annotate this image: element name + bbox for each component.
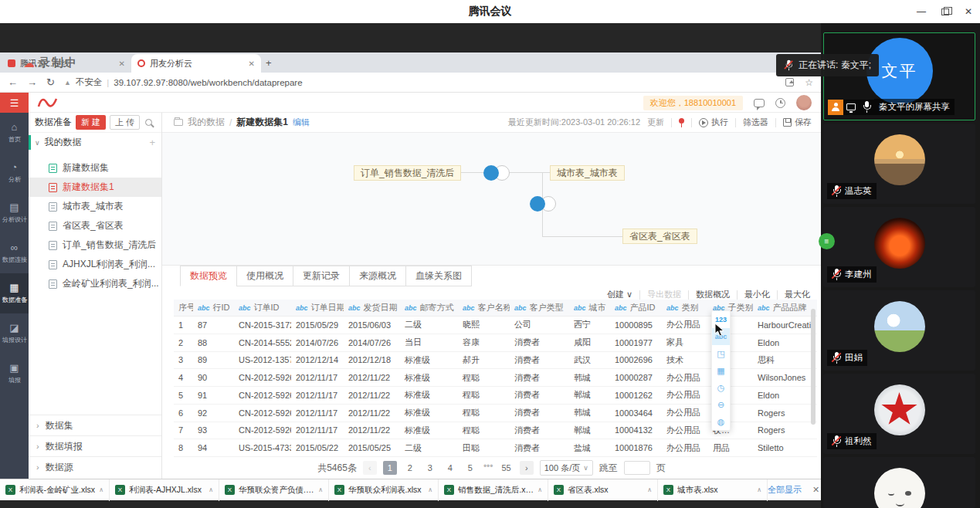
sidebar-item-home[interactable]: ⌂首页 (0, 113, 29, 153)
table-scrollbar[interactable] (811, 309, 816, 425)
col-header-行ID[interactable]: abc行ID (193, 300, 234, 316)
search-icon[interactable] (145, 119, 152, 126)
download-item[interactable]: X利润表-AJHXJL.xlsx∧ (110, 479, 219, 501)
col-header-订单日期[interactable]: abc订单日期 (291, 300, 344, 316)
type-option-other2[interactable]: ◍ (712, 413, 730, 430)
page-55[interactable]: 55 (500, 461, 514, 475)
col-header-城市[interactable]: abc城市 (569, 300, 610, 316)
show-all-downloads-link[interactable]: 全部显示 (768, 484, 802, 496)
action-最小化[interactable]: 最小化 (744, 289, 770, 300)
type-option-date[interactable]: ▦ (712, 362, 730, 379)
tab-数据预览[interactable]: 数据预览 (180, 266, 237, 286)
edit-link[interactable]: 编辑 (293, 117, 310, 128)
jump-page-input[interactable] (624, 461, 650, 475)
page-4[interactable]: 4 (443, 461, 457, 475)
action-数据概况[interactable]: 数据概况 (696, 289, 730, 300)
page-1[interactable]: 1 (383, 461, 397, 475)
participant-tile[interactable]: 祖利然 (823, 374, 975, 454)
pin-icon[interactable] (679, 118, 684, 124)
download-item[interactable]: X华预联众利润表.xlsx∧ (329, 479, 439, 501)
col-header-邮寄方式[interactable]: abc邮寄方式 (400, 300, 458, 316)
refresh-link[interactable]: 更新 (647, 117, 664, 128)
restore-icon[interactable] (941, 8, 949, 15)
download-item[interactable]: X华预联众资产负债....xlsx∧ (219, 479, 329, 501)
type-option-time[interactable]: ◷ (712, 379, 730, 396)
tree-item[interactable]: 城市表_城市表 (29, 197, 161, 216)
tree-item[interactable]: 新建数据集1 (29, 178, 161, 197)
close-icon[interactable]: ✕ (965, 6, 972, 17)
page-2[interactable]: 2 (403, 461, 417, 475)
tab-使用概况[interactable]: 使用概况 (236, 266, 293, 286)
tab-来源概况[interactable]: 来源概况 (349, 266, 406, 286)
download-item[interactable]: X销售数据_清洗后.xlsx∧ (439, 479, 548, 501)
chevron-up-icon[interactable]: ∧ (99, 486, 103, 493)
sidebar-item-report-design[interactable]: ◪填报设计 (0, 313, 29, 354)
tree-item[interactable]: AJHXJL利润表_利润... (29, 255, 161, 274)
hamburger-menu[interactable]: ☰ (0, 93, 29, 113)
page-size-select[interactable]: 100 条/页∨ (540, 460, 593, 476)
tree-item[interactable]: 新建数据集 (29, 158, 161, 178)
save-button[interactable]: 保存 (783, 117, 812, 128)
col-header-发货日期[interactable]: abc发货日期 (344, 300, 400, 316)
col-header-产品ID[interactable]: abc产品ID (610, 300, 662, 316)
share-page-icon[interactable] (785, 78, 794, 86)
join-icon[interactable] (530, 196, 545, 212)
page-5[interactable]: 5 (463, 461, 477, 475)
address-field[interactable]: ▲ 不安全 | 39.107.92.97:8080/web/workbench/… (64, 76, 303, 88)
back-icon[interactable]: ← (8, 76, 18, 88)
download-item[interactable]: X利润表-金岭矿业.xlsx∧ (0, 479, 110, 501)
tab2-close-icon[interactable]: ✕ (249, 59, 255, 68)
participant-tile[interactable]: 温志英 (823, 124, 975, 204)
sidebar-item-report[interactable]: ▣填报 (0, 354, 29, 394)
message-icon[interactable] (754, 99, 765, 107)
chevron-up-icon[interactable]: ∧ (318, 486, 323, 493)
tree-root-row[interactable]: ∨ 我的数据 + (29, 133, 161, 152)
add-icon[interactable]: + (149, 137, 155, 148)
col-header-客户类型[interactable]: abc客户类型 (510, 300, 569, 316)
chevron-up-icon[interactable]: ∧ (537, 486, 542, 493)
tab1-close-icon[interactable]: ✕ (119, 59, 125, 68)
forward-icon[interactable]: → (27, 76, 37, 88)
reload-icon[interactable]: ↻ (46, 76, 55, 88)
action-最大化[interactable]: 最大化 (785, 289, 810, 300)
user-avatar[interactable] (796, 95, 812, 110)
tree-item[interactable]: 省区表_省区表 (29, 216, 161, 235)
type-option-datetime[interactable]: ◳ (712, 345, 730, 362)
page-3[interactable]: 3 (423, 461, 437, 475)
join-icon[interactable] (483, 165, 499, 181)
breadcrumb-root[interactable]: 我的数据 (188, 116, 225, 129)
flow-node-orders[interactable]: 订单_销售数据_清洗后 (354, 165, 461, 181)
filter-button[interactable]: 筛选器 (743, 117, 768, 128)
chevron-up-icon[interactable]: ∧ (209, 486, 213, 493)
bookmark-star-icon[interactable]: ☆ (805, 77, 813, 88)
sidebar-item-data-prepare[interactable]: ▦数据准备 (0, 273, 29, 313)
participant-tile[interactable]: 田娟 (823, 290, 975, 371)
new-dataset-button[interactable]: 新 建 (76, 115, 106, 130)
execute-button[interactable]: 执行 (699, 117, 728, 128)
panel-section-数据填报[interactable]: ›数据填报 (29, 435, 161, 456)
col-header-类别[interactable]: abc类别 (662, 300, 708, 316)
sidebar-item-analysis[interactable]: ◔分析 (0, 153, 29, 193)
participant-tile[interactable]: 李建州 (823, 207, 975, 287)
chevron-up-icon[interactable]: ∧ (428, 486, 432, 493)
flow-node-city[interactable]: 城市表_城市表 (550, 165, 625, 181)
download-item[interactable]: X城市表.xlsx∧ (658, 479, 768, 501)
download-item[interactable]: X省区表.xlsx∧ (548, 479, 658, 501)
col-header-产品品牌[interactable]: abc产品品牌 (753, 300, 813, 316)
tree-item[interactable]: 金岭矿业利润表_利润... (29, 274, 161, 293)
col-header-订单ID[interactable]: abc订单ID (234, 300, 291, 316)
participant-tile[interactable] (823, 457, 975, 508)
participant-tile-sharer[interactable]: 文平 秦文平的屏幕共享 (823, 32, 975, 120)
close-downloads-icon[interactable]: ✕ (812, 485, 819, 495)
col-header-序号[interactable]: 序号 (174, 300, 193, 316)
chevron-up-icon[interactable]: ∧ (647, 486, 652, 493)
upload-button[interactable]: 上 传 (110, 115, 140, 130)
flow-node-province[interactable]: 省区表_省区表 (622, 229, 697, 244)
chevron-up-icon[interactable]: ∧ (757, 486, 761, 493)
prev-page-button[interactable]: ‹ (363, 461, 377, 475)
assistant-float-button[interactable]: ≡ (819, 233, 835, 249)
history-icon[interactable] (775, 98, 785, 108)
sidebar-item-data-connect[interactable]: ∞数据连接 (0, 233, 29, 273)
new-tab-button[interactable]: + (266, 57, 272, 69)
sidebar-item-analysis-design[interactable]: ▤分析设计 (0, 193, 29, 233)
